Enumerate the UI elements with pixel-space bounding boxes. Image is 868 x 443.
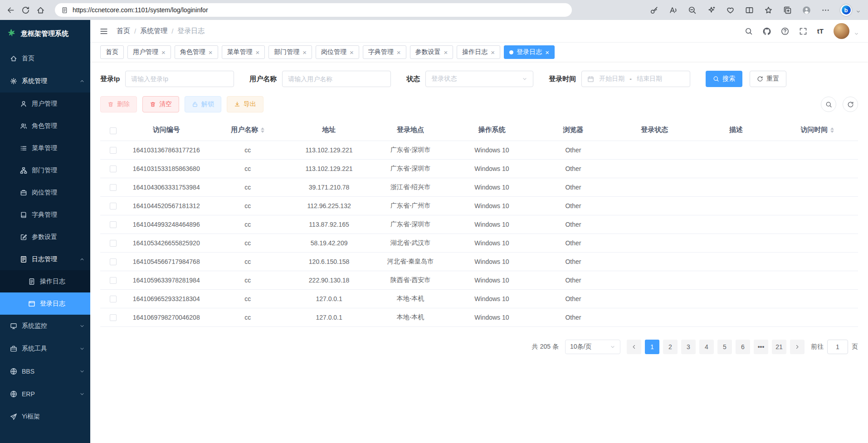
page-button[interactable]: 3 <box>681 340 696 354</box>
page-button[interactable]: 2 <box>663 340 678 354</box>
row-checkbox[interactable] <box>110 258 117 265</box>
close-icon[interactable]: × <box>161 49 166 56</box>
tab[interactable]: 部门管理× <box>268 45 312 59</box>
table-row[interactable]: 1641059633978281984cc222.90.130.18陕西省-西安… <box>100 271 858 289</box>
sidebar-item[interactable]: 日志管理 <box>0 248 90 270</box>
sidebar-item[interactable]: 菜单管理 <box>0 137 90 159</box>
chevron-down-icon[interactable] <box>854 31 859 36</box>
page-size-select[interactable]: 10条/页 <box>565 340 620 354</box>
close-icon[interactable]: × <box>302 49 307 56</box>
breadcrumb-item[interactable]: 登录日志 <box>177 27 205 35</box>
sidebar-item[interactable]: 操作日志 <box>0 270 90 292</box>
bing-icon[interactable]: b <box>840 5 852 16</box>
clear-button[interactable]: 清空 <box>142 96 179 112</box>
sidebar-item[interactable]: ERP <box>0 383 90 405</box>
row-checkbox[interactable] <box>110 240 117 247</box>
tab[interactable]: 岗位管理× <box>316 45 359 59</box>
close-icon[interactable]: × <box>444 49 448 56</box>
column-header[interactable]: 访问时间 <box>777 120 858 141</box>
reset-button[interactable]: 重置 <box>750 71 786 87</box>
toggle-search-button[interactable] <box>821 97 836 112</box>
sidebar-item[interactable]: Yi框架 <box>0 405 90 428</box>
sidebar-item[interactable]: 首页 <box>0 47 90 70</box>
tab[interactable]: 首页 <box>100 45 124 59</box>
table-row[interactable]: 1641031533185863680cc113.102.129.221广东省-… <box>100 159 858 178</box>
read-aloud-icon[interactable] <box>669 6 678 15</box>
close-icon[interactable]: × <box>350 49 354 56</box>
close-icon[interactable]: × <box>209 49 213 56</box>
close-icon[interactable]: × <box>491 49 495 56</box>
delete-button[interactable]: 删除 <box>100 96 137 112</box>
favorites-star-icon[interactable] <box>764 6 773 15</box>
row-checkbox[interactable] <box>110 221 117 228</box>
more-icon[interactable] <box>821 6 830 15</box>
select-all-checkbox[interactable] <box>110 127 117 134</box>
page-button[interactable]: 21 <box>772 340 786 354</box>
github-icon[interactable] <box>763 27 771 35</box>
sort-icon[interactable] <box>261 126 264 135</box>
translate-icon[interactable] <box>707 6 716 15</box>
address-bar[interactable]: https://ccnetcore.com:1101/system/log/lo… <box>55 3 572 17</box>
sidebar-item[interactable]: 系统工具 <box>0 337 90 360</box>
sidebar-item[interactable]: 系统监控 <box>0 315 90 337</box>
sidebar-item[interactable]: 参数设置 <box>0 226 90 248</box>
column-header[interactable]: 用户名称 <box>207 120 288 141</box>
essentials-heart-icon[interactable] <box>726 6 735 15</box>
back-icon[interactable] <box>6 6 15 15</box>
tab[interactable]: 登录日志× <box>504 45 555 59</box>
help-icon[interactable] <box>781 27 789 35</box>
sidebar-item[interactable]: BBS <box>0 360 90 383</box>
row-checkbox[interactable] <box>110 166 117 172</box>
page-button[interactable]: 1 <box>645 340 659 354</box>
jump-page-input[interactable] <box>827 340 848 354</box>
reload-icon[interactable] <box>21 6 30 15</box>
tab[interactable]: 角色管理× <box>175 45 218 59</box>
search-button[interactable]: 搜索 <box>706 71 742 87</box>
export-button[interactable]: 导出 <box>227 96 263 112</box>
user-name-input[interactable] <box>282 71 391 87</box>
table-row[interactable]: 1641069652933218304cc127.0.0.1本地-本机Windo… <box>100 289 858 308</box>
next-page-button[interactable] <box>790 340 805 354</box>
login-ip-input[interactable] <box>125 71 234 87</box>
table-row[interactable]: 1641069798270046208cc127.0.0.1本地-本机Windo… <box>100 308 858 326</box>
close-icon[interactable]: × <box>256 49 260 56</box>
search-icon[interactable] <box>745 27 753 35</box>
table-row[interactable]: 1641054566717984768cc120.6.150.158河北省-秦皇… <box>100 252 858 271</box>
row-checkbox[interactable] <box>110 184 117 191</box>
page-button[interactable]: 4 <box>699 340 714 354</box>
avatar[interactable] <box>834 23 849 39</box>
sidebar-item[interactable]: 登录日志 <box>0 292 90 315</box>
sidebar-item[interactable]: 部门管理 <box>0 159 90 181</box>
profile-icon[interactable] <box>802 6 811 15</box>
collections-icon[interactable] <box>783 6 792 15</box>
row-checkbox[interactable] <box>110 296 117 302</box>
table-row[interactable]: 1641044520567181312cc112.96.225.132广东省-广… <box>100 196 858 215</box>
row-checkbox[interactable] <box>110 314 117 321</box>
table-row[interactable]: 1641044993248464896cc113.87.92.165广东省-深圳… <box>100 215 858 234</box>
tab[interactable]: 参数设置× <box>410 45 454 59</box>
sidebar-item[interactable]: 系统管理 <box>0 70 90 92</box>
table-row[interactable]: 1641043063331753984cc39.171.210.78浙江省-绍兴… <box>100 178 858 196</box>
split-screen-icon[interactable] <box>745 6 754 15</box>
refresh-table-button[interactable] <box>843 97 858 112</box>
table-row[interactable]: 1641031367863177216cc113.102.129.221广东省-… <box>100 141 858 159</box>
sidebar-item[interactable]: 字典管理 <box>0 204 90 226</box>
sort-icon[interactable] <box>830 126 834 135</box>
close-icon[interactable]: × <box>545 49 549 56</box>
fullscreen-icon[interactable] <box>799 27 807 35</box>
row-checkbox[interactable] <box>110 147 117 154</box>
tab[interactable]: 字典管理× <box>363 45 406 59</box>
page-button[interactable]: 6 <box>736 340 750 354</box>
status-select[interactable]: 登录状态 <box>425 71 533 87</box>
zoom-out-icon[interactable] <box>688 6 697 15</box>
sidebar-item[interactable]: 岗位管理 <box>0 181 90 204</box>
table-row[interactable]: 1641053426655825920cc58.19.42.209湖北省-武汉市… <box>100 234 858 252</box>
chevron-down-icon[interactable] <box>856 9 861 14</box>
home-icon[interactable] <box>36 6 45 15</box>
tab[interactable]: 菜单管理× <box>222 45 265 59</box>
date-range-picker[interactable]: 开始日期 - 结束日期 <box>581 71 690 87</box>
site-info-icon[interactable] <box>61 7 68 14</box>
font-size-icon[interactable]: tT <box>817 27 824 35</box>
breadcrumb-item[interactable]: 首页 <box>117 27 130 35</box>
tab[interactable]: 操作日志× <box>457 45 500 59</box>
